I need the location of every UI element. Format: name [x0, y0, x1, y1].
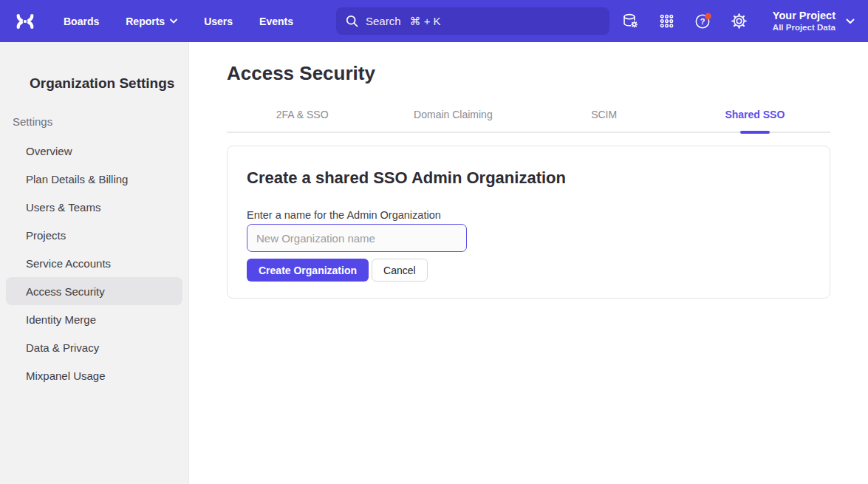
sidebar-section-label: Settings — [13, 115, 188, 129]
mixpanel-logo[interactable] — [13, 11, 37, 32]
chevron-down-icon — [170, 18, 177, 24]
tab-bar: 2FA & SSO Domain Claiming SCIM Shared SS… — [227, 100, 830, 133]
apps-grid-icon[interactable] — [658, 13, 676, 30]
tab-domain-claiming[interactable]: Domain Claiming — [377, 100, 528, 132]
main-content: Access Security 2FA & SSO Domain Claimin… — [189, 42, 868, 484]
search-shortcut: ⌘ + K — [410, 15, 441, 28]
search-input[interactable]: Search ⌘ + K — [336, 7, 609, 35]
sidebar: Organization Settings Settings Overview … — [0, 42, 189, 484]
shared-sso-card: Create a shared SSO Admin Organization E… — [227, 146, 830, 299]
tab-scim[interactable]: SCIM — [529, 100, 680, 132]
nav-users[interactable]: Users — [204, 16, 233, 27]
notification-dot — [705, 13, 711, 19]
help-icon[interactable]: ? — [694, 13, 712, 30]
tab-shared-sso[interactable]: Shared SSO — [680, 100, 830, 132]
sidebar-item-projects[interactable]: Projects — [6, 221, 182, 249]
org-name-label: Enter a name for the Admin Organization — [247, 208, 807, 222]
sidebar-item-users-teams[interactable]: Users & Teams — [6, 193, 182, 221]
chevron-down-icon — [846, 18, 855, 24]
nav-reports-label: Reports — [126, 16, 165, 27]
project-switcher[interactable]: Your Project All Project Data — [773, 9, 855, 33]
sidebar-item-service-accounts[interactable]: Service Accounts — [6, 249, 182, 277]
project-name: Your Project — [773, 9, 835, 22]
card-title: Create a shared SSO Admin Organization — [247, 168, 807, 188]
sidebar-title: Organization Settings — [30, 75, 188, 92]
tab-2fa-sso[interactable]: 2FA & SSO — [227, 100, 377, 132]
sidebar-item-plan-details-billing[interactable]: Plan Details & Billing — [6, 165, 182, 193]
nav-boards[interactable]: Boards — [64, 16, 99, 27]
sidebar-item-access-security[interactable]: Access Security — [6, 277, 182, 305]
project-data-scope: All Project Data — [773, 22, 835, 33]
data-management-icon[interactable] — [622, 13, 640, 30]
sidebar-item-identity-merge[interactable]: Identity Merge — [6, 305, 182, 333]
search-icon — [346, 15, 358, 27]
svg-text:?: ? — [700, 17, 705, 26]
navbar-right: ? Your Project All Project Data — [622, 9, 855, 33]
top-navbar: Boards Reports Users Events Search ⌘ + K — [0, 0, 868, 42]
sidebar-item-data-privacy[interactable]: Data & Privacy — [6, 333, 182, 361]
page-title: Access Security — [227, 61, 830, 85]
sidebar-item-overview[interactable]: Overview — [6, 137, 182, 165]
settings-gear-icon[interactable] — [731, 13, 748, 30]
sidebar-nav: Overview Plan Details & Billing Users & … — [0, 137, 188, 389]
nav-events[interactable]: Events — [259, 16, 293, 27]
org-name-input[interactable] — [247, 224, 467, 252]
sidebar-item-mixpanel-usage[interactable]: Mixpanel Usage — [6, 361, 182, 389]
search-placeholder: Search — [366, 15, 401, 27]
nav-reports[interactable]: Reports — [126, 16, 177, 27]
card-actions: Create Organization Cancel — [247, 259, 807, 282]
create-organization-button[interactable]: Create Organization — [247, 259, 369, 282]
cancel-button[interactable]: Cancel — [372, 259, 428, 282]
primary-nav: Boards Reports Users Events — [64, 16, 293, 27]
